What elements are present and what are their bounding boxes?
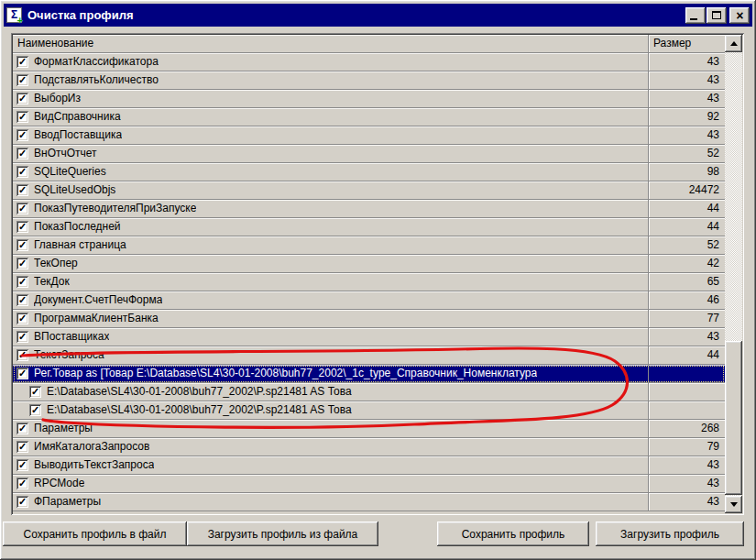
row-size: 43 xyxy=(648,456,725,474)
checkmark-icon: ✓ xyxy=(18,222,27,232)
row-checkbox[interactable]: ✓ xyxy=(16,129,28,141)
table-row[interactable]: ✓ ВводПоставщика 43 xyxy=(13,126,725,145)
table-row[interactable]: ✓ ТекстЗапроса 44 xyxy=(13,346,725,365)
table-row[interactable]: ✓ SQLiteQueries 98 xyxy=(13,163,725,181)
table-row[interactable]: ✓ ВнОтчОтчет 52 xyxy=(13,145,725,163)
table-row[interactable]: ✓ ВыводитьТекстЗапроса 43 xyxy=(13,456,725,475)
table-row[interactable]: ✓ SQLiteUsedObjs 24472 xyxy=(13,181,725,200)
row-checkbox[interactable]: ✓ xyxy=(16,221,28,233)
checkmark-icon: ✓ xyxy=(18,258,27,269)
save-profile-button[interactable]: Сохранить профиль xyxy=(437,522,589,546)
row-checkbox[interactable]: ✓ xyxy=(16,294,28,306)
row-name-cell: ✓ SQLiteQueries xyxy=(13,163,648,181)
row-size xyxy=(648,401,725,419)
table-rows-container: ✓ ФорматКлассификатора 43 ✓ ПодставлятьК… xyxy=(13,53,725,511)
row-checkbox[interactable]: ✓ xyxy=(16,111,28,123)
checkmark-icon: ✓ xyxy=(18,478,27,489)
checkmark-icon: ✓ xyxy=(18,240,27,250)
row-name-cell: ✓ ТекстЗапроса xyxy=(13,346,648,364)
checkmark-icon: ✓ xyxy=(18,75,27,85)
table-row[interactable]: ✓ ИмяКаталогаЗапросов 79 xyxy=(13,438,725,456)
scrollbar-thumb[interactable] xyxy=(725,341,742,495)
table-row[interactable]: ✓ Рег.Товар as [Товар E:\Database\SL4\30… xyxy=(13,365,725,383)
row-name-cell: ✓ ПодставлятьКоличество xyxy=(13,71,648,89)
checkmark-icon: ✓ xyxy=(31,405,39,415)
table-row[interactable]: ✓ ТекДок 65 xyxy=(13,273,725,291)
load-profile-from-file-button[interactable]: Загрузить профиль из файла xyxy=(187,522,378,546)
close-icon: × xyxy=(736,9,743,22)
row-name: E:\Database\SL4\30-01-2008\buh77_2002\P.… xyxy=(47,401,352,419)
row-checkbox[interactable]: ✓ xyxy=(16,496,28,508)
minimize-button[interactable] xyxy=(685,7,706,24)
table-row[interactable]: ✓ ПоказПутеводителяПриЗапуске 44 xyxy=(13,200,725,218)
save-profile-to-file-button[interactable]: Сохранить профиль в файл xyxy=(3,522,187,546)
checkmark-icon: ✓ xyxy=(18,497,27,507)
row-size: 43 xyxy=(648,53,725,71)
table-row[interactable]: ✓ ПодставлятьКоличество 43 xyxy=(13,71,725,90)
table-row[interactable]: ✓ RPCMode 43 xyxy=(13,475,725,493)
row-checkbox[interactable]: ✓ xyxy=(16,258,28,269)
row-checkbox[interactable]: ✓ xyxy=(16,459,28,471)
table-row[interactable]: ✓ ФПараметры 43 xyxy=(13,493,725,511)
row-size: 43 xyxy=(648,493,725,511)
row-checkbox[interactable]: ✓ xyxy=(16,441,28,453)
row-checkbox[interactable]: ✓ xyxy=(16,368,28,379)
row-checkbox[interactable]: ✓ xyxy=(16,56,28,68)
table-header-row: Наименование Размер xyxy=(13,35,725,53)
table-row[interactable]: ✓ Параметры 268 xyxy=(13,420,725,438)
row-checkbox[interactable]: ✓ xyxy=(16,276,28,288)
app-sigma-document-icon: Σ + xyxy=(6,7,22,23)
row-name: ТекОпер xyxy=(34,255,78,272)
table-row[interactable]: ✓ Документ.СчетПечФорма 46 xyxy=(13,291,725,310)
maximize-button[interactable] xyxy=(707,7,727,24)
up-arrow-icon xyxy=(730,41,738,46)
row-checkbox[interactable]: ✓ xyxy=(29,386,41,398)
row-name: Параметры xyxy=(34,420,93,437)
row-checkbox[interactable]: ✓ xyxy=(16,478,28,489)
row-checkbox[interactable]: ✓ xyxy=(16,74,28,86)
table-row[interactable]: ✓ ВыборИз 43 xyxy=(13,90,725,108)
row-checkbox[interactable]: ✓ xyxy=(29,404,41,416)
table-row[interactable]: ✓ ПоказПоследней 44 xyxy=(13,218,725,236)
column-header-size[interactable]: Размер xyxy=(648,35,725,52)
titlebar[interactable]: Σ + Очистка профиля × xyxy=(4,4,752,27)
row-name-cell: ✓ E:\Database\SL4\30-01-2008\buh77_2002\… xyxy=(13,401,648,419)
table-row[interactable]: ✓ ПрограммаКлиентБанка 77 xyxy=(13,310,725,328)
row-size: 77 xyxy=(648,310,725,327)
row-checkbox[interactable]: ✓ xyxy=(16,313,28,324)
table-row[interactable]: ✓ Главная страница 52 xyxy=(13,236,725,255)
row-name: ВводПоставщика xyxy=(34,126,122,144)
row-checkbox[interactable]: ✓ xyxy=(16,148,28,159)
table-row[interactable]: ✓ ФорматКлассификатора 43 xyxy=(13,53,725,71)
row-checkbox[interactable]: ✓ xyxy=(16,203,28,214)
table-row[interactable]: ✓ E:\Database\SL4\30-01-2008\buh77_2002\… xyxy=(13,383,725,401)
row-checkbox[interactable]: ✓ xyxy=(16,331,28,343)
load-profile-button[interactable]: Загрузить профиль xyxy=(596,522,744,546)
row-checkbox[interactable]: ✓ xyxy=(16,93,28,104)
row-size: 43 xyxy=(648,328,725,346)
row-name: Главная страница xyxy=(34,236,126,254)
vertical-scrollbar[interactable] xyxy=(725,35,742,513)
row-name-cell: ✓ ВводПоставщика xyxy=(13,126,648,144)
table-row[interactable]: ✓ ВидСправочника 92 xyxy=(13,108,725,126)
row-checkbox[interactable]: ✓ xyxy=(16,184,28,196)
table-row[interactable]: ✓ ТекОпер 42 xyxy=(13,255,725,273)
row-name-cell: ✓ ПрограммаКлиентБанка xyxy=(13,310,648,327)
row-checkbox[interactable]: ✓ xyxy=(16,423,28,434)
row-name-cell: ✓ E:\Database\SL4\30-01-2008\buh77_2002\… xyxy=(13,383,648,401)
row-size: 52 xyxy=(648,145,725,162)
row-name: ВыборИз xyxy=(34,90,81,107)
scroll-down-button[interactable] xyxy=(725,496,742,513)
column-header-name[interactable]: Наименование xyxy=(13,35,648,52)
row-checkbox[interactable]: ✓ xyxy=(16,166,28,178)
row-size: 98 xyxy=(648,163,725,181)
table-row[interactable]: ✓ E:\Database\SL4\30-01-2008\buh77_2002\… xyxy=(13,401,725,420)
row-size: 43 xyxy=(648,126,725,144)
table-row[interactable]: ✓ ВПоставщиках 43 xyxy=(13,328,725,346)
row-checkbox[interactable]: ✓ xyxy=(16,349,28,361)
close-button[interactable]: × xyxy=(729,7,750,24)
scroll-up-button[interactable] xyxy=(725,35,742,52)
row-name: ВидСправочника xyxy=(34,108,121,126)
row-checkbox[interactable]: ✓ xyxy=(16,239,28,251)
row-name: ПоказПоследней xyxy=(34,218,121,236)
